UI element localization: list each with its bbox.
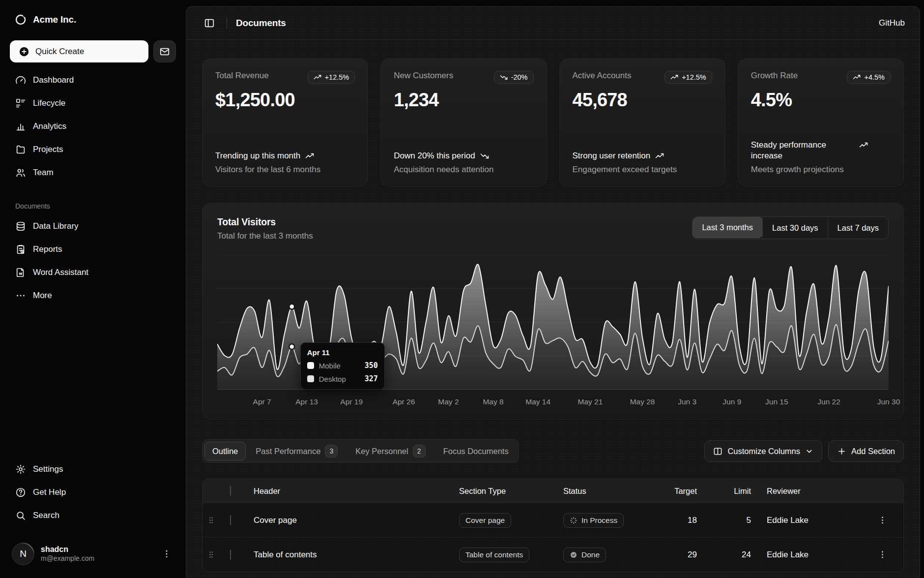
- tab-past-performance[interactable]: Past Performance3: [248, 442, 346, 460]
- nav-secondary: Settings Get Help Search: [10, 457, 176, 527]
- trending-up-icon: [853, 73, 861, 81]
- col-section-type: Section Type: [459, 487, 563, 496]
- row-checkbox[interactable]: [230, 549, 231, 560]
- stat-subtext: Meets growth projections: [751, 165, 891, 175]
- x-tick-label: May 2: [438, 397, 459, 406]
- ellipsis-vertical-icon[interactable]: [159, 547, 174, 561]
- user-name: shadcn: [41, 545, 153, 554]
- select-all-checkbox[interactable]: [230, 486, 231, 496]
- sidebar-item-team[interactable]: Team: [10, 161, 176, 184]
- mobile-swatch: [307, 362, 314, 369]
- row-actions-button[interactable]: [866, 550, 903, 559]
- x-tick-label: Jun 30: [877, 397, 900, 406]
- stat-label: Active Accounts: [573, 71, 632, 81]
- sidebar-item-label: Reports: [33, 244, 62, 254]
- range-toggle-group: Last 3 months Last 30 days Last 7 days: [692, 216, 889, 239]
- sidebar-toggle-button[interactable]: [201, 15, 218, 31]
- x-tick-label: Apr 19: [340, 397, 363, 406]
- file-w-icon: [15, 267, 26, 278]
- divider: [227, 18, 227, 29]
- tab-outline[interactable]: Outline: [204, 442, 246, 460]
- range-last-30-days[interactable]: Last 30 days: [762, 217, 828, 239]
- col-limit: Limit: [699, 487, 753, 496]
- stat-card-total-revenue: Total Revenue +12.5% $1,250.00 Trending …: [202, 59, 368, 187]
- area-chart[interactable]: Apr 11 Mobile 350 Desktop 327: [217, 255, 889, 390]
- row-title[interactable]: Cover page: [246, 516, 459, 525]
- sidebar-item-word-assistant[interactable]: Word Assistant: [10, 261, 176, 284]
- row-reviewer[interactable]: Eddie Lake: [753, 550, 866, 560]
- sidebar-item-search[interactable]: Search: [10, 504, 176, 527]
- check-circle-icon: [570, 551, 578, 559]
- range-last-7-days[interactable]: Last 7 days: [828, 217, 888, 239]
- col-status: Status: [563, 487, 660, 496]
- stat-label: Total Revenue: [215, 71, 269, 81]
- x-tick-label: May 8: [483, 397, 503, 406]
- org-switcher[interactable]: Acme Inc.: [10, 9, 176, 30]
- visitors-chart-card: Total Visitors Total for the last 3 mont…: [202, 203, 904, 420]
- x-tick-label: May 14: [525, 397, 550, 406]
- sidebar-item-label: Word Assistant: [33, 268, 88, 277]
- row-target[interactable]: 18: [660, 516, 699, 525]
- sidebar-item-projects[interactable]: Projects: [10, 138, 176, 161]
- row-reviewer[interactable]: Eddie Lake: [753, 516, 866, 525]
- row-limit[interactable]: 24: [699, 550, 753, 560]
- stat-label: Growth Rate: [751, 71, 798, 81]
- col-reviewer: Reviewer: [753, 487, 866, 496]
- tab-key-personnel[interactable]: Key Personnel2: [347, 442, 433, 460]
- col-header: Header: [246, 487, 459, 496]
- x-axis-labels: Apr 7Apr 13Apr 19Apr 26May 2May 8May 14M…: [217, 394, 889, 410]
- user-menu[interactable]: N shadcn m@example.com: [10, 540, 176, 568]
- row-target[interactable]: 29: [660, 550, 699, 560]
- stat-card-active-accounts: Active Accounts +12.5% 45,678 Strong use…: [559, 59, 725, 187]
- count-badge: 2: [413, 445, 426, 457]
- stat-value: 4.5%: [751, 90, 891, 111]
- row-checkbox[interactable]: [230, 515, 231, 525]
- columns-icon: [713, 447, 722, 456]
- page-title: Documents: [236, 18, 286, 29]
- inbox-button[interactable]: [153, 40, 176, 62]
- x-tick-label: Apr 7: [253, 397, 271, 406]
- drag-handle[interactable]: [202, 550, 224, 559]
- github-link[interactable]: GitHub: [879, 18, 905, 28]
- add-section-button[interactable]: Add Section: [828, 440, 904, 462]
- table-row: Table of contents Table of contents Done…: [202, 537, 903, 572]
- folder-icon: [15, 144, 26, 155]
- row-limit[interactable]: 5: [699, 516, 753, 525]
- trending-up-icon: [670, 73, 678, 81]
- chart-subtitle: Total for the last 3 months: [217, 231, 313, 241]
- sidebar-item-settings[interactable]: Settings: [10, 457, 176, 481]
- trend-badge: +12.5%: [308, 71, 355, 84]
- sidebar-item-label: Settings: [33, 464, 63, 474]
- trending-up-icon: [655, 152, 664, 160]
- range-last-3-months[interactable]: Last 3 months: [692, 216, 763, 238]
- sidebar-item-get-help[interactable]: Get Help: [10, 481, 176, 504]
- row-actions-button[interactable]: [866, 516, 903, 525]
- col-target: Target: [660, 487, 699, 496]
- sidebar-item-more[interactable]: More: [10, 284, 176, 307]
- help-circle-icon: [15, 487, 26, 498]
- sidebar-item-label: Data Library: [33, 221, 79, 231]
- database-icon: [15, 221, 26, 232]
- status-badge: In Process: [563, 513, 624, 528]
- sidebar-item-label: More: [33, 291, 52, 301]
- sidebar-item-data-library[interactable]: Data Library: [10, 214, 176, 238]
- row-title[interactable]: Table of contents: [246, 550, 459, 560]
- company-name: Acme Inc.: [33, 14, 76, 25]
- stat-subtext: Engagement exceed targets: [573, 165, 712, 175]
- sidebar-item-dashboard[interactable]: Dashboard: [10, 68, 176, 91]
- trending-up-icon: [859, 141, 868, 150]
- stat-footnote: Steady performance increase: [751, 140, 854, 161]
- stat-value: $1,250.00: [215, 90, 355, 111]
- sidebar-item-analytics[interactable]: Analytics: [10, 115, 176, 138]
- sidebar-item-lifecycle[interactable]: Lifecycle: [10, 91, 176, 115]
- tooltip-date: Apr 11: [307, 348, 378, 357]
- drag-handle[interactable]: [202, 516, 224, 524]
- quick-create-button[interactable]: Quick Create: [10, 40, 148, 62]
- trend-badge: +4.5%: [847, 71, 891, 84]
- sidebar-item-reports[interactable]: Reports: [10, 238, 176, 261]
- trending-up-icon: [305, 152, 314, 160]
- stat-footnote: Down 20% this period: [394, 151, 475, 161]
- ellipsis-icon: [15, 290, 26, 301]
- tab-focus-documents[interactable]: Focus Documents: [435, 442, 517, 460]
- customize-columns-button[interactable]: Customize Columns: [704, 440, 822, 462]
